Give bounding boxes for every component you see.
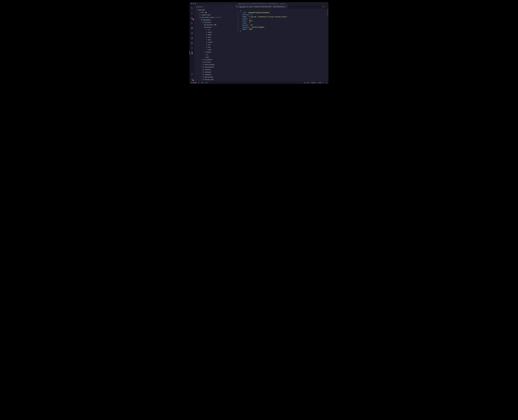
collection-air_alliances[interactable]: air_alliances: [195, 58, 235, 61]
schema-field-alias[interactable]: Aalias: [195, 36, 235, 38]
index-_id_[interactable]: _id_: [195, 53, 235, 56]
svg-point-26: [192, 82, 192, 83]
cursor-position[interactable]: Ln 1, Col 1: [304, 82, 310, 83]
row-label: country: [208, 41, 212, 43]
schema-field-active[interactable]: Aactive: [195, 31, 235, 33]
row-label: icecream_data: [205, 79, 214, 80]
tab-filename: aggregations.air_airlines: "56e9b497732b…: [239, 6, 285, 8]
svg-point-20: [206, 30, 207, 30]
svg-point-22: [203, 77, 203, 77]
svg-point-25: [191, 83, 191, 83]
svg-point-3: [193, 18, 193, 19]
cluster-row[interactable]: Atlas cluster in Azureconnected: [195, 16, 235, 19]
collection-exoplanets[interactable]: exoplanets: [195, 73, 235, 76]
debug-icon[interactable]: [190, 21, 195, 25]
indexes-row[interactable]: Indexes: [195, 51, 235, 53]
statusbar: master* 0 0 Ln 1, Col 1 Spaces: 2 JSON: [190, 81, 328, 84]
schema-field-base[interactable]: Abase: [195, 38, 235, 41]
code-editor[interactable]: 1234567891011 { "_id": "56e9b497732b6122…: [235, 9, 328, 81]
traffic-lights[interactable]: [191, 3, 196, 4]
collection-icecream_data[interactable]: icecream_data: [195, 78, 235, 81]
collection-row[interactable]: air_airlines: [195, 21, 235, 23]
table-icon: [204, 27, 206, 28]
leaf-icon: [199, 16, 201, 18]
split-editor-icon[interactable]: [323, 6, 324, 8]
str-icon: A: [206, 36, 208, 38]
chevron-down-icon: [203, 52, 204, 53]
search-icon[interactable]: [190, 11, 195, 15]
eye-icon: [203, 64, 204, 65]
collection-child_reference[interactable]: child_reference: [195, 66, 235, 68]
azure-icon[interactable]: [190, 36, 195, 40]
settings-icon[interactable]: 1: [190, 77, 195, 81]
extensions-icon[interactable]: [190, 26, 195, 30]
schema-field-name[interactable]: Aname: [195, 48, 235, 51]
connections-tree[interactable]: ConnectionsADL - 🔒Analytics NodeAtlas cl…: [195, 9, 235, 81]
row-label: bronze_banking: [205, 64, 214, 65]
editor-tab[interactable]: { } aggregations.air_airlines: "56e9b497…: [235, 5, 288, 9]
chevron-right-icon: [201, 59, 203, 60]
max-dot[interactable]: [195, 3, 196, 4]
sync-icon[interactable]: [198, 82, 200, 83]
collection-bronze_banking[interactable]: bronze_banking: [195, 63, 235, 66]
connection-1[interactable]: Analytics Node: [195, 14, 235, 16]
chevron-down-icon: [201, 22, 203, 23]
row-label: customers: [205, 69, 211, 70]
folder-icon: [203, 22, 204, 23]
idx-icon: [204, 51, 206, 53]
chevron-down-icon: [197, 17, 199, 18]
errors-indicator[interactable]: 0: [201, 82, 204, 83]
schema-field-airline[interactable]: airline: [195, 33, 235, 36]
row-label: air_airlines: [205, 22, 211, 23]
explorer-icon[interactable]: [190, 6, 195, 11]
minimap[interactable]: [327, 9, 328, 16]
compass-icon[interactable]: [190, 31, 195, 35]
key-icon: [206, 29, 208, 30]
documents-row[interactable]: Documents6K: [195, 23, 235, 26]
row-label: exoplanets: [205, 74, 211, 75]
warnings-indicator[interactable]: 0: [205, 82, 208, 83]
database-row[interactable]: aggregations: [195, 19, 235, 21]
bolt-icon: [199, 12, 201, 13]
mongodb-icon[interactable]: [190, 51, 195, 55]
collection-gold_banking[interactable]: gold_banking: [195, 76, 235, 78]
chevron-right-icon: [197, 14, 199, 15]
str-icon: A: [206, 44, 208, 45]
min-dot[interactable]: [193, 3, 194, 4]
language-indicator[interactable]: JSON: [318, 82, 322, 83]
schema-field-icao[interactable]: Aicao: [195, 46, 235, 48]
branch-indicator[interactable]: master*: [191, 82, 197, 83]
index-iata_1[interactable]: iata_1: [195, 56, 235, 58]
collection-air_routes[interactable]: air_routes: [195, 61, 235, 63]
scm-icon[interactable]: 1: [190, 16, 195, 21]
svg-point-13: [191, 47, 193, 48]
row-label: air_alliances: [205, 59, 212, 60]
editor-more-icon[interactable]: ···: [326, 6, 327, 8]
svg-rect-19: [204, 27, 206, 28]
connection-0[interactable]: ADL - 🔒: [195, 11, 235, 14]
close-dot[interactable]: [191, 3, 192, 4]
connections-section[interactable]: Connections: [195, 9, 235, 11]
tree-icon[interactable]: [190, 46, 195, 50]
hash-icon: [206, 34, 208, 35]
schema-field-country[interactable]: Acountry: [195, 41, 235, 43]
collection-customers[interactable]: customers: [195, 68, 235, 71]
collection-employees[interactable]: employees: [195, 71, 235, 73]
tab-close-icon[interactable]: ✕: [286, 6, 287, 8]
schema-row[interactable]: Schema: [195, 26, 235, 29]
chevron-right-icon: [203, 24, 204, 25]
row-label: airline: [208, 34, 212, 36]
folder-icon: [203, 79, 204, 80]
bell-icon[interactable]: [326, 82, 327, 83]
sidebar-more-icon[interactable]: ···: [231, 6, 233, 8]
row-label: active: [208, 31, 211, 33]
feedback-icon[interactable]: [323, 82, 324, 83]
row-label: aggregations: [203, 19, 211, 21]
schema-field-_id[interactable]: _id: [195, 29, 235, 31]
tab-bar: { } aggregations.air_airlines: "56e9b497…: [235, 5, 328, 9]
schema-field-iata[interactable]: Aiata: [195, 43, 235, 46]
account-icon[interactable]: [190, 72, 195, 76]
indent-indicator[interactable]: Spaces: 2: [311, 82, 317, 83]
sidebar-title: MONGODB: [196, 6, 203, 8]
docker-icon[interactable]: [190, 41, 195, 45]
